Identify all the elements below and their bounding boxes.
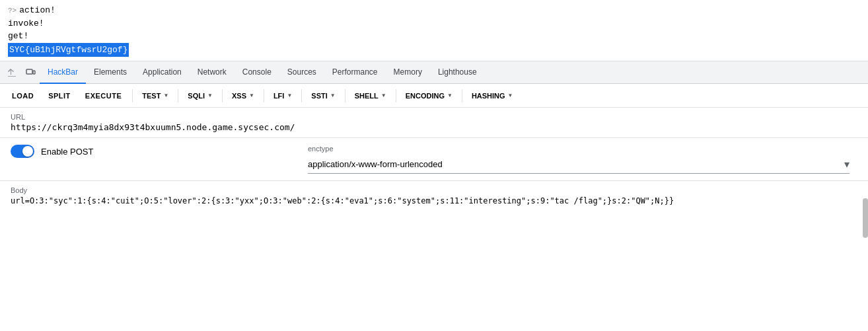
tab-lighthouse[interactable]: Lighthouse bbox=[430, 61, 485, 84]
enctype-select[interactable]: application/x-www-form-urlencoded ▾ bbox=[308, 155, 850, 174]
tab-network[interactable]: Network bbox=[190, 61, 235, 84]
console-line-3: get! bbox=[8, 30, 860, 43]
test-dropdown[interactable]: TEST ▼ bbox=[137, 89, 174, 102]
separator-5 bbox=[301, 89, 302, 102]
console-text-1: action! bbox=[19, 4, 55, 17]
xss-dropdown[interactable]: XSS ▼ bbox=[227, 89, 260, 102]
console-line-4: SYC{uB1hjRVgtfwsrU2gof} bbox=[8, 43, 860, 57]
console-text-2: invoke! bbox=[8, 17, 44, 30]
sqli-arrow-icon: ▼ bbox=[207, 92, 213, 98]
lfi-arrow-icon: ▼ bbox=[287, 92, 292, 98]
hackbar-toolbar: LOAD SPLIT EXECUTE TEST ▼ SQLI ▼ XSS ▼ L… bbox=[0, 84, 868, 108]
split-button[interactable]: SPLIT bbox=[42, 89, 77, 102]
enctype-value: application/x-www-form-urlencoded bbox=[308, 159, 443, 169]
console-line-2: invoke! bbox=[8, 17, 860, 30]
tab-sources[interactable]: Sources bbox=[279, 61, 324, 84]
hashing-dropdown[interactable]: HASHING ▼ bbox=[466, 89, 519, 102]
shell-arrow-icon: ▼ bbox=[381, 92, 386, 98]
body-section: Body url=O:3:"syc":1:{s:4:"cuit";O:5:"lo… bbox=[0, 181, 868, 212]
inspect-icon[interactable] bbox=[3, 63, 21, 82]
enctype-section: enctype application/x-www-form-urlencode… bbox=[176, 145, 857, 174]
test-arrow-icon: ▼ bbox=[163, 92, 168, 98]
svg-rect-1 bbox=[26, 69, 32, 74]
tab-application[interactable]: Application bbox=[135, 61, 190, 84]
sqli-dropdown[interactable]: SQLI ▼ bbox=[182, 89, 218, 102]
console-prefix-icon: ?> bbox=[8, 5, 17, 17]
svg-rect-2 bbox=[33, 71, 35, 74]
separator-6 bbox=[345, 89, 345, 102]
ssti-dropdown[interactable]: SSTI ▼ bbox=[306, 89, 340, 102]
tab-performance[interactable]: Performance bbox=[324, 61, 386, 84]
enable-post-toggle[interactable] bbox=[11, 145, 34, 158]
tab-console[interactable]: Console bbox=[235, 61, 279, 84]
hashing-arrow-icon: ▼ bbox=[508, 92, 513, 98]
device-icon[interactable] bbox=[21, 63, 40, 82]
url-label: URL bbox=[11, 113, 857, 121]
xss-arrow-icon: ▼ bbox=[249, 92, 254, 98]
tab-hackbar[interactable]: HackBar bbox=[40, 61, 86, 84]
scrollbar[interactable] bbox=[863, 198, 868, 238]
separator-3 bbox=[222, 89, 223, 102]
toggle-thumb bbox=[22, 146, 33, 157]
devtools-tabbar: HackBar Elements Application Network Con… bbox=[0, 61, 868, 84]
ssti-arrow-icon: ▼ bbox=[330, 92, 336, 98]
url-section: URL https://ckrq3m4myia8dx93t4bxuumn5.no… bbox=[0, 108, 868, 138]
body-label: Body bbox=[11, 186, 857, 194]
separator-2 bbox=[178, 89, 178, 102]
console-line-1: ?> action! bbox=[8, 4, 860, 17]
separator-1 bbox=[132, 89, 133, 102]
post-left: Enable POST bbox=[11, 145, 176, 158]
encoding-dropdown[interactable]: ENCODING ▼ bbox=[400, 89, 458, 102]
svg-rect-0 bbox=[8, 76, 16, 77]
post-section: Enable POST enctype application/x-www-fo… bbox=[0, 138, 868, 181]
execute-button[interactable]: EXECUTE bbox=[79, 89, 128, 102]
encoding-arrow-icon: ▼ bbox=[447, 92, 452, 98]
load-button[interactable]: LOAD bbox=[5, 89, 40, 102]
lfi-dropdown[interactable]: LFI ▼ bbox=[268, 89, 297, 102]
tab-elements[interactable]: Elements bbox=[86, 61, 135, 84]
console-text-3: get! bbox=[8, 30, 28, 43]
separator-7 bbox=[396, 89, 396, 102]
enctype-label: enctype bbox=[308, 145, 857, 153]
console-flag-text[interactable]: SYC{uB1hjRVgtfwsrU2gof} bbox=[8, 43, 129, 57]
console-output: ?> action! invoke! get! SYC{uB1hjRVgtfws… bbox=[0, 0, 868, 61]
enctype-dropdown-icon: ▾ bbox=[844, 158, 850, 170]
body-value[interactable]: url=O:3:"syc":1:{s:4:"cuit";O:5:"lover":… bbox=[11, 196, 857, 207]
url-value[interactable]: https://ckrq3m4myia8dx93t4bxuumn5.node.g… bbox=[11, 122, 857, 132]
separator-4 bbox=[264, 89, 264, 102]
tab-memory[interactable]: Memory bbox=[386, 61, 430, 84]
post-label: Enable POST bbox=[41, 147, 94, 157]
shell-dropdown[interactable]: SHELL ▼ bbox=[349, 89, 392, 102]
separator-8 bbox=[462, 89, 462, 102]
